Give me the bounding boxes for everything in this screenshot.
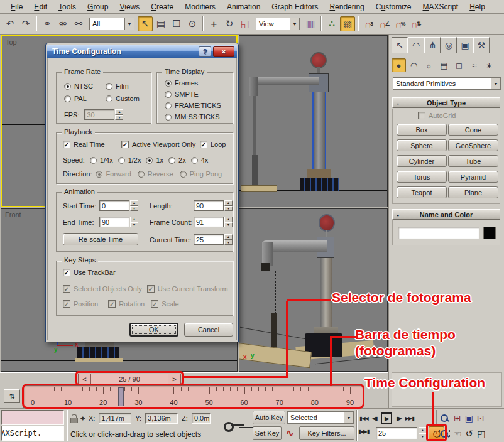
zoom-icon[interactable] xyxy=(440,414,449,423)
go-to-start-icon[interactable]: ▮◀◀ xyxy=(359,416,368,421)
radio-forward[interactable] xyxy=(96,171,102,178)
create-cylinder-button[interactable]: Cylinder xyxy=(397,155,447,167)
y-coordinate-field[interactable]: 3,136m xyxy=(145,413,178,424)
check-selected-objects-only[interactable]: ✓ xyxy=(63,285,70,293)
radio-ntsc[interactable]: NTSC xyxy=(64,82,93,90)
viewport-label[interactable]: Top xyxy=(6,38,17,46)
redo-icon[interactable]: ↷ xyxy=(18,16,33,31)
manipulate-icon[interactable]: ∴ xyxy=(324,16,339,31)
radio-smpte[interactable]: SMPTE xyxy=(165,90,199,98)
unlink-selection-icon[interactable]: ⚮ xyxy=(55,16,70,31)
length-spinner[interactable]: ▴▾ xyxy=(224,200,233,211)
time-slider-bar[interactable]: 0102030405060708090 xyxy=(23,385,363,408)
pan-hand-icon[interactable]: ☜ xyxy=(454,429,461,439)
snap-3d-icon[interactable]: ∩3 xyxy=(361,16,376,31)
layer-manager-icon[interactable]: ▥ xyxy=(303,16,318,31)
tab-utilities-icon[interactable]: ⚒ xyxy=(473,37,490,53)
check-real-time[interactable]: ✓Real Time xyxy=(63,141,105,148)
maximize-viewport-toggle-icon[interactable]: ◰ xyxy=(477,429,485,439)
select-object-icon[interactable]: ↖ xyxy=(138,16,153,31)
menu-create[interactable]: Create xyxy=(145,1,179,13)
object-name-field[interactable] xyxy=(398,227,479,239)
end-time-field[interactable]: 90 xyxy=(99,217,129,227)
category-lights-icon[interactable]: ☼ xyxy=(422,58,436,72)
category-space-warps-icon[interactable]: ≈ xyxy=(467,58,481,72)
check-rotation[interactable]: ✓ xyxy=(108,300,116,308)
radio-pal[interactable]: PAL xyxy=(64,95,87,102)
menu-animation[interactable]: Animation xyxy=(221,1,266,13)
object-color-swatch[interactable] xyxy=(483,227,496,239)
spinner-snap-icon[interactable]: ∩⇅ xyxy=(408,16,424,31)
start-time-field[interactable]: 0 xyxy=(99,200,129,211)
dropdown-arrow-icon[interactable]: ▼ xyxy=(124,18,134,30)
ok-button[interactable]: OK xyxy=(129,323,178,337)
select-move-icon[interactable]: ＋ xyxy=(206,16,221,31)
next-frame-icon[interactable]: ▮▶ xyxy=(396,416,402,421)
menu-rendering[interactable]: Rendering xyxy=(324,1,370,13)
create-teapot-button[interactable]: Teapot xyxy=(397,186,447,198)
menu-edit[interactable]: Edit xyxy=(28,1,53,13)
selection-lock-icon[interactable] xyxy=(70,414,77,422)
help-icon[interactable]: ? xyxy=(199,46,211,57)
time-configuration-dialog[interactable]: Time Configuration ? × Frame Rate NTSC F… xyxy=(45,43,239,342)
radio-speed-1x[interactable] xyxy=(146,157,153,164)
dropdown-arrow-icon[interactable]: ▼ xyxy=(491,78,500,89)
frame-indicator[interactable]: 25 / 90 xyxy=(91,374,168,385)
fps-spinner[interactable]: ▴▾ xyxy=(115,109,123,120)
previous-frame-icon[interactable]: ◀▮ xyxy=(372,416,378,421)
radio-ping-pong[interactable] xyxy=(180,171,187,178)
create-cone-button[interactable]: Cone xyxy=(448,124,498,136)
start-time-spinner[interactable]: ▴▾ xyxy=(130,200,138,211)
category-dropdown[interactable]: Standard Primitives ▼ xyxy=(393,77,501,90)
length-field[interactable]: 90 xyxy=(194,200,224,211)
reference-coordinate-dropdown[interactable]: View ▼ xyxy=(256,18,300,30)
frame-count-spinner[interactable]: ▴▾ xyxy=(224,217,233,227)
menu-file[interactable]: File xyxy=(5,1,28,13)
x-coordinate-field[interactable]: 1,417m xyxy=(99,413,131,424)
rescale-time-button[interactable]: Re-scale Time xyxy=(63,233,138,245)
new-key-curve-icon[interactable]: ∿ xyxy=(286,428,293,439)
prev-frame-button[interactable]: < xyxy=(78,374,91,385)
viewport-upper-right[interactable] xyxy=(239,35,388,207)
current-frame-field[interactable]: 25 xyxy=(376,427,417,439)
region-zoom-icon[interactable] xyxy=(440,429,449,439)
frame-count-field[interactable]: 91 xyxy=(194,217,224,227)
select-by-name-icon[interactable]: ▤ xyxy=(153,16,168,31)
create-plane-button[interactable]: Plane xyxy=(448,186,498,198)
tab-modify-icon[interactable]: ◠ xyxy=(408,37,424,53)
close-icon[interactable]: × xyxy=(213,46,234,57)
selection-set-dropdown[interactable]: Selected ▼ xyxy=(287,411,354,424)
radio-mm-ss-ticks[interactable]: MM:SS:TICKS xyxy=(165,113,220,121)
current-time-field[interactable]: 25 xyxy=(194,234,224,245)
menu-group[interactable]: Group xyxy=(82,1,114,13)
z-coordinate-field[interactable]: 0,0m xyxy=(192,413,211,424)
play-icon[interactable]: ▶ xyxy=(381,412,392,424)
select-rotate-icon[interactable]: ↻ xyxy=(222,16,237,31)
cancel-button[interactable]: Cancel xyxy=(184,323,233,337)
check-active-viewport[interactable]: ✓Active Viewport Only xyxy=(121,141,195,148)
category-systems-icon[interactable]: ∗ xyxy=(482,58,496,72)
create-torus-button[interactable]: Torus xyxy=(397,171,447,183)
dialog-title-bar[interactable]: Time Configuration ? × xyxy=(47,45,237,58)
check-autogrid[interactable]: AutoGrid xyxy=(418,112,456,119)
tab-motion-icon[interactable]: ◎ xyxy=(441,37,457,53)
bind-to-space-warp-icon[interactable]: ⚯ xyxy=(71,16,86,31)
menu-graph-editors[interactable]: Graph Editors xyxy=(266,1,324,13)
name-and-color-rollout[interactable]: - Name and Color xyxy=(392,209,500,220)
current-frame-spinner[interactable]: ▴▾ xyxy=(419,427,427,439)
percent-snap-icon[interactable]: ∩% xyxy=(393,16,408,31)
check-use-trackbar[interactable]: ✓Use TrackBar xyxy=(63,269,116,276)
radio-frames[interactable]: Frames xyxy=(165,79,198,87)
undo-icon[interactable]: ↶ xyxy=(3,16,18,31)
menu-modifiers[interactable]: Modifiers xyxy=(179,1,221,13)
radio-film[interactable]: Film xyxy=(106,82,129,90)
radio-speed-half[interactable] xyxy=(118,157,125,164)
set-key-button[interactable]: Set Key xyxy=(253,426,282,440)
time-slider-handle[interactable] xyxy=(118,387,124,406)
zoom-extents-all-icon[interactable]: ⊡ xyxy=(477,413,484,423)
auto-key-button[interactable]: Auto Key xyxy=(253,411,285,424)
object-type-rollout[interactable]: - Object Type xyxy=(392,97,500,108)
select-and-link-icon[interactable]: ⚭ xyxy=(40,16,55,31)
create-pyramid-button[interactable]: Pyramid xyxy=(448,171,498,183)
selection-filter-dropdown[interactable]: All ▼ xyxy=(89,18,134,30)
